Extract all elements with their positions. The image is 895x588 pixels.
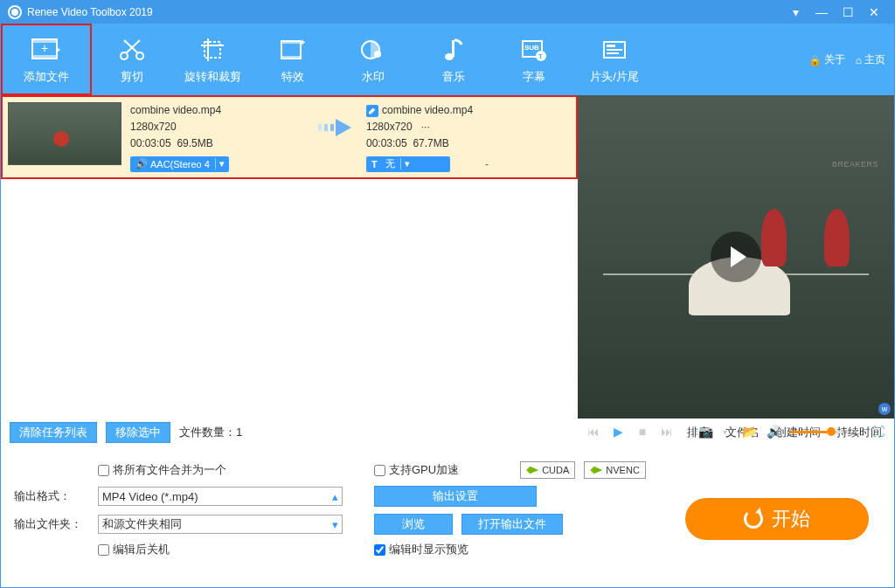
music-button[interactable]: 音乐 xyxy=(413,24,494,95)
source-time-size: 00:03:05 69.5MB xyxy=(130,135,305,152)
dest-resolution: 1280x720 ··· xyxy=(366,119,489,135)
dash-label: - xyxy=(485,158,489,170)
intro-outro-button[interactable]: 片头/片尾 xyxy=(574,24,655,95)
shutdown-checkbox[interactable]: 编辑后关机 xyxy=(98,542,343,557)
nvenc-badge: NVENC xyxy=(584,461,646,479)
prev-button[interactable]: ⏮ xyxy=(586,425,601,439)
add-file-button[interactable]: + 添加文件 xyxy=(1,24,92,95)
merge-checkbox[interactable]: 将所有文件合并为一个 xyxy=(98,462,343,478)
cut-button[interactable]: 剪切 xyxy=(92,24,172,95)
svg-rect-13 xyxy=(281,56,301,59)
main-toolbar: + 添加文件 剪切 旋转和裁剪 ✦ 特效 水印 音乐 SUBT xyxy=(1,24,894,95)
minimize-button[interactable]: — xyxy=(808,5,835,19)
svg-rect-12 xyxy=(281,41,301,44)
svg-text:SUB: SUB xyxy=(524,44,539,52)
svg-rect-8 xyxy=(205,42,220,58)
preview-sign: BREAKERS xyxy=(832,160,878,169)
output-format-label: 输出格式： xyxy=(14,488,89,504)
nvidia-icon xyxy=(590,464,602,476)
edit-icon[interactable] xyxy=(366,105,378,117)
effects-icon: ✦ xyxy=(277,34,309,66)
source-filename: combine video.mp4 xyxy=(130,102,305,119)
cut-label: 剪切 xyxy=(121,69,143,85)
subtitle-track-dropdown[interactable]: T 无 ▾ xyxy=(366,156,450,172)
close-button[interactable]: ✕ xyxy=(861,5,887,19)
volume-slider[interactable] xyxy=(790,431,843,433)
output-folder-value: 和源文件夹相同 xyxy=(102,516,182,532)
watermark-button[interactable]: 水印 xyxy=(333,24,413,95)
audio-track-dropdown[interactable]: 🔊AAC(Stereo 4 ▾ xyxy=(130,156,229,172)
player-controls: ⏮ ▶ ■ ⏭ 📷 ▾ 📂 🔊 ⛶ xyxy=(577,418,895,446)
snapshot-dropdown[interactable]: ▾ xyxy=(717,427,732,437)
preview-checkbox[interactable]: 编辑时显示预览 xyxy=(374,542,468,557)
audio-track-label: AAC(Stereo 4 xyxy=(150,159,210,169)
text-icon: T xyxy=(371,159,378,169)
app-title: Renee Video Toolbox 2019 xyxy=(27,6,153,18)
next-button[interactable]: ⏭ xyxy=(659,425,675,439)
watermark-badge: w xyxy=(878,403,891,415)
svg-rect-27 xyxy=(318,124,322,131)
stop-button[interactable]: ■ xyxy=(635,425,650,439)
home-link[interactable]: ⌂主页 xyxy=(856,52,885,67)
snapshot-button[interactable]: 📷 xyxy=(697,425,713,439)
preview-play-button[interactable] xyxy=(711,232,761,282)
watermark-label: 水印 xyxy=(362,69,385,85)
preview-pane: BREAKERS w xyxy=(578,95,894,419)
home-icon: ⌂ xyxy=(856,53,862,66)
dropdown-button[interactable]: ▾ xyxy=(782,5,808,19)
cuda-badge: CUDA xyxy=(520,461,575,479)
effects-button[interactable]: ✦ 特效 xyxy=(253,24,333,95)
subtitle-button[interactable]: SUBT 字幕 xyxy=(494,24,574,95)
open-folder-button[interactable]: 📂 xyxy=(741,425,757,439)
preview-label: 编辑时显示预览 xyxy=(389,542,468,557)
content-area: combine video.mp4 1280x720 00:03:05 69.5… xyxy=(1,95,894,419)
dest-info: combine video.mp4 1280x720 ··· 00:03:05 … xyxy=(366,102,489,153)
merge-label: 将所有文件合并为一个 xyxy=(113,462,226,478)
about-link[interactable]: 🔒关于 xyxy=(808,52,845,67)
rotate-crop-button[interactable]: 旋转和裁剪 xyxy=(172,24,253,95)
output-format-dropdown[interactable]: MP4 Video (*.mp4)▴ xyxy=(98,487,343,506)
clear-list-button[interactable]: 清除任务列表 xyxy=(10,422,97,443)
open-output-folder-button[interactable]: 打开输出文件 xyxy=(461,514,563,535)
svg-rect-24 xyxy=(607,45,615,47)
dest-filename: combine video.mp4 xyxy=(382,102,473,119)
play-button[interactable]: ▶ xyxy=(610,425,626,439)
music-icon xyxy=(438,34,469,66)
chevron-up-icon: ▴ xyxy=(332,490,338,503)
file-count-label: 文件数量：1 xyxy=(179,425,242,440)
effects-label: 特效 xyxy=(281,69,304,85)
about-label: 关于 xyxy=(824,52,845,67)
svg-line-6 xyxy=(126,40,140,53)
speaker-icon: 🔊 xyxy=(135,158,148,169)
svg-rect-18 xyxy=(452,40,454,57)
shutdown-label: 编辑后关机 xyxy=(113,542,170,557)
remove-selected-button[interactable]: 移除选中 xyxy=(106,422,170,443)
gpu-checkbox[interactable]: 支持GPU加速 xyxy=(374,462,459,478)
start-label: 开始 xyxy=(772,506,810,532)
maximize-button[interactable]: ☐ xyxy=(835,5,861,19)
lock-icon: 🔒 xyxy=(808,53,822,66)
gpu-label: 支持GPU加速 xyxy=(389,462,459,478)
add-file-icon: + xyxy=(31,34,62,66)
source-info: combine video.mp4 1280x720 00:03:05 69.5… xyxy=(130,102,305,153)
browse-button[interactable]: 浏览 xyxy=(374,514,453,535)
intro-icon xyxy=(599,34,630,66)
scissors-icon xyxy=(116,34,148,66)
volume-button[interactable]: 🔊 xyxy=(766,425,781,439)
rotate-crop-label: 旋转和裁剪 xyxy=(184,69,241,85)
dest-time-size: 00:03:05 67.7MB xyxy=(366,135,489,152)
output-settings-button[interactable]: 输出设置 xyxy=(374,486,537,507)
svg-text:✦: ✦ xyxy=(299,38,306,47)
fullscreen-button[interactable]: ⛶ xyxy=(871,425,886,439)
start-button[interactable]: 开始 xyxy=(685,498,869,540)
svg-rect-25 xyxy=(607,49,622,51)
refresh-icon xyxy=(744,509,763,529)
source-resolution: 1280x720 xyxy=(130,119,305,135)
intro-label: 片头/片尾 xyxy=(590,69,639,85)
svg-rect-28 xyxy=(324,124,328,131)
output-folder-dropdown[interactable]: 和源文件夹相同▾ xyxy=(98,515,343,534)
file-row[interactable]: combine video.mp4 1280x720 00:03:05 69.5… xyxy=(1,95,578,179)
svg-rect-2 xyxy=(32,55,57,59)
subtitle-track-label: 无 xyxy=(385,157,395,170)
titlebar: Renee Video Toolbox 2019 ▾ — ☐ ✕ xyxy=(1,1,894,24)
